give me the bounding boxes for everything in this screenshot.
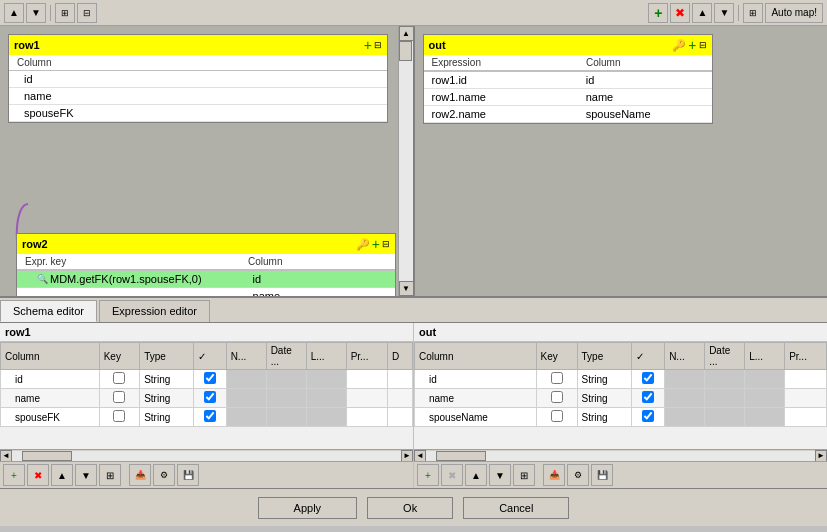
row2-key-btn[interactable]: 🔑: [356, 237, 370, 251]
left-schema-scroll[interactable]: Column Key Type ✓ N... Date ... L... Pr.…: [0, 342, 413, 449]
expression-editor-tab[interactable]: Expression editor: [99, 300, 210, 322]
check-checkbox-name[interactable]: [204, 391, 216, 403]
check-checkbox-id[interactable]: [204, 372, 216, 384]
out-add-btn[interactable]: +: [688, 38, 696, 52]
cancel-button[interactable]: Cancel: [463, 497, 569, 519]
row-pr-spouseFK: [346, 408, 387, 427]
schema-editor-tab[interactable]: Schema editor: [0, 300, 97, 322]
left-vscrollbar[interactable]: ▲ ▼: [398, 26, 413, 296]
move-up2-btn[interactable]: ▲: [692, 3, 712, 23]
col-header-pr: Pr...: [346, 343, 387, 370]
right-add-row-btn[interactable]: +: [417, 464, 439, 486]
left-hscrollbar[interactable]: ◄ ►: [0, 449, 413, 461]
scroll-down-btn[interactable]: ▼: [399, 281, 414, 296]
right-down-btn[interactable]: ▼: [489, 464, 511, 486]
key-checkbox-id[interactable]: [113, 372, 125, 384]
out-row1: row1.id id: [424, 72, 712, 89]
right-schema-panel: out Column Key Type ✓ N... Date ... L...: [414, 323, 827, 488]
check-checkbox-spouseFK[interactable]: [204, 410, 216, 422]
right-schema-table: Column Key Type ✓ N... Date ... L... Pr.…: [414, 342, 827, 427]
left-panel-title: row1: [0, 323, 413, 342]
r-key-checkbox-name[interactable]: [551, 391, 563, 403]
h-scroll-left[interactable]: ◄: [0, 450, 12, 462]
row-l-spouseFK: [306, 408, 346, 427]
out-copy-btn[interactable]: ⊟: [699, 38, 707, 52]
r-col-header-l: L...: [745, 343, 785, 370]
row1-add-btn[interactable]: +: [364, 38, 372, 52]
h-scroll-thumb-left[interactable]: [22, 451, 72, 461]
r-check-checkbox-spouseName[interactable]: [642, 410, 654, 422]
row-check-name: [194, 389, 226, 408]
row2-col-headers: Expr. key Column: [17, 254, 395, 271]
left-add-row-btn[interactable]: +: [3, 464, 25, 486]
r-col-header-key: Key: [536, 343, 577, 370]
move-down2-btn[interactable]: ▼: [714, 3, 734, 23]
row1-table: row1 + ⊟ Column id name spouseFK: [8, 34, 388, 123]
row1-copy-btn[interactable]: ⊟: [374, 38, 382, 52]
r-h-scroll-left[interactable]: ◄: [414, 450, 426, 462]
editor-area: Schema editor Expression editor row1 Col…: [0, 296, 827, 526]
r-row-key-spouseName: [536, 408, 577, 427]
out-key-btn[interactable]: 🔑: [672, 38, 686, 52]
r-h-scroll-thumb[interactable]: [436, 451, 486, 461]
left-import-btn[interactable]: 📥: [129, 464, 151, 486]
right-save-btn[interactable]: 💾: [591, 464, 613, 486]
left-schema-table: Column Key Type ✓ N... Date ... L... Pr.…: [0, 342, 413, 427]
right-delete-row-btn[interactable]: ✖: [441, 464, 463, 486]
table-row: name String: [1, 389, 413, 408]
r-row-type-spouseName: String: [577, 408, 632, 427]
h-scroll-right[interactable]: ►: [401, 450, 413, 462]
left-delete-row-btn[interactable]: ✖: [27, 464, 49, 486]
col-header-type: Type: [140, 343, 194, 370]
table-row: id String: [1, 370, 413, 389]
left-down-btn[interactable]: ▼: [75, 464, 97, 486]
r-row-pr-spouseName: [785, 408, 827, 427]
row1-id-row: id: [9, 71, 387, 88]
key-checkbox-spouseFK[interactable]: [113, 410, 125, 422]
r-check-checkbox-name[interactable]: [642, 391, 654, 403]
right-import-btn[interactable]: 📥: [543, 464, 565, 486]
join-connector: [8, 94, 38, 224]
copy2-btn[interactable]: ⊞: [743, 3, 763, 23]
export-btn[interactable]: ⊟: [77, 3, 97, 23]
left-copy-row-btn[interactable]: ⊞: [99, 464, 121, 486]
r-row-type-id: String: [577, 370, 632, 389]
row-l-name: [306, 389, 346, 408]
r-row-l-spouseName: [745, 408, 785, 427]
row2-title: row2: [22, 238, 48, 250]
ok-button[interactable]: Ok: [367, 497, 453, 519]
r-row-check-spouseName: [632, 408, 665, 427]
row-d-id: [387, 370, 412, 389]
row1-title: row1: [14, 39, 40, 51]
left-save-btn[interactable]: 💾: [177, 464, 199, 486]
editor-content: row1 Column Key Type ✓ N... Date ... L..: [0, 323, 827, 488]
row-n-name: [226, 389, 266, 408]
r-key-checkbox-spouseName[interactable]: [551, 410, 563, 422]
table-row: spouseName String: [415, 408, 827, 427]
r-key-checkbox-id[interactable]: [551, 372, 563, 384]
move-up-btn[interactable]: ▲: [4, 3, 24, 23]
r-row-check-id: [632, 370, 665, 389]
move-down-btn[interactable]: ▼: [26, 3, 46, 23]
automap-btn[interactable]: Auto map!: [765, 3, 823, 23]
right-hscrollbar[interactable]: ◄ ►: [414, 449, 827, 461]
r-check-checkbox-id[interactable]: [642, 372, 654, 384]
right-settings-btn[interactable]: ⚙: [567, 464, 589, 486]
left-settings-btn[interactable]: ⚙: [153, 464, 175, 486]
row2-copy-btn[interactable]: ⊟: [382, 237, 390, 251]
key-checkbox-name[interactable]: [113, 391, 125, 403]
right-up-btn[interactable]: ▲: [465, 464, 487, 486]
left-up-btn[interactable]: ▲: [51, 464, 73, 486]
apply-button[interactable]: Apply: [258, 497, 358, 519]
right-schema-scroll[interactable]: Column Key Type ✓ N... Date ... L... Pr.…: [414, 342, 827, 449]
add-green-btn[interactable]: +: [648, 3, 668, 23]
scroll-thumb[interactable]: [399, 41, 412, 61]
copy-btn[interactable]: ⊞: [55, 3, 75, 23]
table-row: name String: [415, 389, 827, 408]
right-copy-row-btn[interactable]: ⊞: [513, 464, 535, 486]
row2-table: row2 🔑 + ⊟ Expr. key Column: [16, 233, 396, 296]
row2-add-btn[interactable]: +: [372, 237, 380, 251]
delete-red-btn[interactable]: ✖: [670, 3, 690, 23]
r-h-scroll-right[interactable]: ►: [815, 450, 827, 462]
scroll-up-btn[interactable]: ▲: [399, 26, 414, 41]
